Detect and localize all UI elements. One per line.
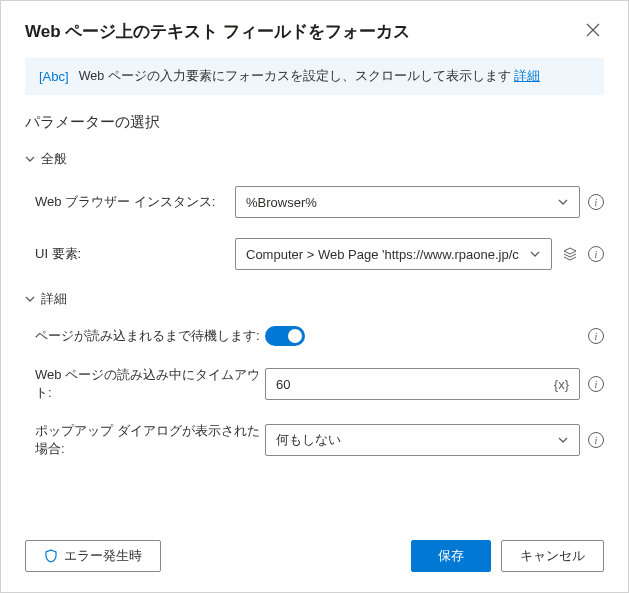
chevron-down-icon	[529, 248, 541, 260]
ui-element-picker-button[interactable]	[560, 244, 580, 264]
chevron-down-icon	[557, 196, 569, 208]
popup-select[interactable]: 何もしない	[265, 424, 580, 456]
close-button[interactable]	[582, 19, 604, 44]
dialog-footer: エラー発生時 保存 キャンセル	[1, 524, 628, 592]
cancel-button[interactable]: キャンセル	[501, 540, 604, 572]
timeout-label: Web ページの読み込み中にタイムアウト:	[25, 366, 265, 402]
section-title: パラメーターの選択	[25, 113, 604, 132]
info-icon[interactable]: i	[588, 376, 604, 392]
details-link[interactable]: 詳細	[514, 69, 540, 83]
row-browser-instance: Web ブラウザー インスタンス: %Browser% i	[25, 186, 604, 218]
shield-icon	[44, 549, 58, 563]
chevron-down-icon	[25, 294, 35, 304]
variable-token-button[interactable]: {x}	[554, 377, 569, 392]
dialog: Web ページ上のテキスト フィールドをフォーカス [Abc] Web ページの…	[0, 0, 629, 593]
row-wait-for-load: ページが読み込まれるまで待機します: i	[25, 326, 604, 346]
dialog-header: Web ページ上のテキスト フィールドをフォーカス	[1, 1, 628, 58]
wait-for-load-label: ページが読み込まれるまで待機します:	[25, 327, 265, 345]
popup-label: ポップアップ ダイアログが表示された場合:	[25, 422, 265, 458]
svg-marker-2	[564, 248, 576, 254]
cancel-label: キャンセル	[520, 547, 585, 565]
chevron-down-icon	[25, 154, 35, 164]
popup-value: 何もしない	[276, 431, 551, 449]
on-error-label: エラー発生時	[64, 547, 142, 565]
timeout-input[interactable]: 60 {x}	[265, 368, 580, 400]
info-icon[interactable]: i	[588, 328, 604, 344]
toggle-knob	[288, 329, 302, 343]
browser-instance-value: %Browser%	[246, 195, 551, 210]
layers-icon	[562, 246, 578, 262]
group-general-header[interactable]: 全般	[25, 150, 604, 168]
info-icon[interactable]: i	[588, 432, 604, 448]
focus-icon: [Abc]	[39, 69, 69, 84]
info-icon[interactable]: i	[588, 194, 604, 210]
save-button[interactable]: 保存	[411, 540, 491, 572]
row-timeout: Web ページの読み込み中にタイムアウト: 60 {x} i	[25, 366, 604, 402]
footer-right: 保存 キャンセル	[411, 540, 604, 572]
ui-element-value: Computer > Web Page 'https://www.rpaone.…	[246, 247, 523, 262]
info-text-content: Web ページの入力要素にフォーカスを設定し、スクロールして表示します	[79, 69, 514, 83]
browser-instance-label: Web ブラウザー インスタンス:	[25, 193, 235, 211]
on-error-button[interactable]: エラー発生時	[25, 540, 161, 572]
row-popup: ポップアップ ダイアログが表示された場合: 何もしない i	[25, 422, 604, 458]
browser-instance-select[interactable]: %Browser%	[235, 186, 580, 218]
save-label: 保存	[438, 547, 464, 565]
group-advanced-label: 詳細	[41, 290, 67, 308]
close-icon	[586, 23, 600, 37]
info-icon[interactable]: i	[588, 246, 604, 262]
timeout-value: 60	[276, 377, 554, 392]
info-banner: [Abc] Web ページの入力要素にフォーカスを設定し、スクロールして表示しま…	[25, 58, 604, 95]
chevron-down-icon	[557, 434, 569, 446]
dialog-title: Web ページ上のテキスト フィールドをフォーカス	[25, 20, 410, 43]
dialog-body: パラメーターの選択 全般 Web ブラウザー インスタンス: %Browser%…	[1, 113, 628, 524]
row-ui-element: UI 要素: Computer > Web Page 'https://www.…	[25, 238, 604, 270]
info-text: Web ページの入力要素にフォーカスを設定し、スクロールして表示します 詳細	[79, 68, 540, 85]
ui-element-select[interactable]: Computer > Web Page 'https://www.rpaone.…	[235, 238, 552, 270]
group-advanced: 詳細 ページが読み込まれるまで待機します: i Web ページの読み込み中にタイ…	[25, 290, 604, 458]
wait-for-load-toggle[interactable]	[265, 326, 305, 346]
ui-element-label: UI 要素:	[25, 245, 235, 263]
group-general: 全般 Web ブラウザー インスタンス: %Browser% i UI 要素: …	[25, 150, 604, 270]
group-advanced-header[interactable]: 詳細	[25, 290, 604, 308]
group-general-label: 全般	[41, 150, 67, 168]
